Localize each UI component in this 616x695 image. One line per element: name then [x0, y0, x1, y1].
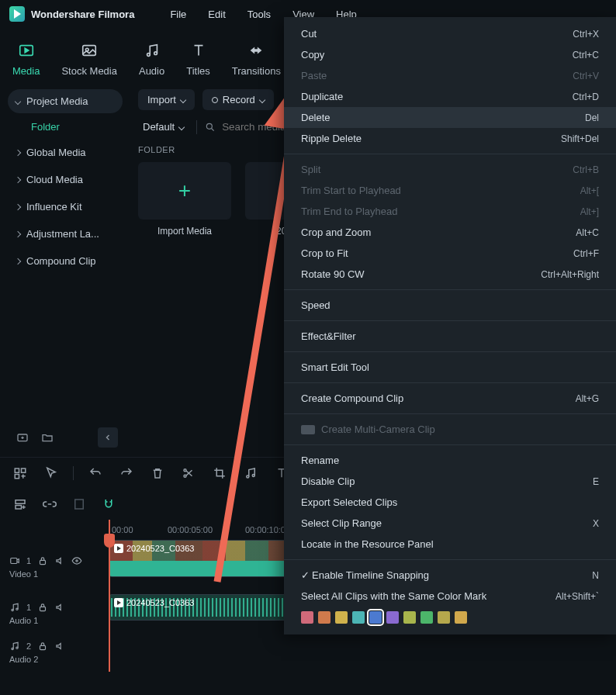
svg-point-13: [252, 475, 254, 477]
collapse-sidebar-icon[interactable]: [98, 427, 118, 448]
svg-point-11: [184, 475, 186, 477]
audio-track-row-2[interactable]: [109, 633, 616, 672]
ctx-duplicate[interactable]: DuplicateCtrl+D: [284, 86, 616, 107]
color-swatch[interactable]: [318, 611, 330, 624]
media-icon: [16, 40, 36, 61]
color-swatch[interactable]: [386, 611, 399, 624]
tab-transitions[interactable]: Transitions: [229, 36, 284, 85]
ctx-create-compound-clip[interactable]: Create Compound ClipAlt+G: [284, 388, 616, 409]
svg-point-12: [247, 475, 249, 478]
chevron-right-icon: [15, 203, 21, 209]
sidebar-item-compound-clip[interactable]: Compound Clip: [8, 249, 123, 273]
pointer-icon[interactable]: [42, 464, 61, 482]
color-swatch[interactable]: [369, 611, 382, 624]
menu-tools[interactable]: Tools: [247, 9, 271, 20]
ctx-rotate-90-cw[interactable]: Rotate 90 CWCtrl+Alt+Right: [284, 264, 616, 285]
shortcut-label: Ctrl+F: [573, 248, 599, 259]
ctx-locate-in-the-resource-panel[interactable]: Locate in the Resource Panel: [284, 534, 616, 555]
shortcut-label: X: [593, 518, 599, 529]
app-title: Wondershare Filmora: [31, 9, 134, 20]
ctx-disable-clip[interactable]: Disable ClipE: [284, 471, 616, 492]
svg-rect-14: [16, 500, 25, 504]
sidebar-sub-folder[interactable]: Folder: [8, 116, 123, 137]
color-swatch[interactable]: [455, 611, 467, 624]
svg-point-24: [16, 647, 18, 648]
split-icon[interactable]: [179, 464, 198, 482]
speed-icon[interactable]: [241, 464, 260, 482]
sidebar-item-project-media[interactable]: Project Media: [8, 89, 123, 113]
ctx-crop-and-zoom[interactable]: Crop and ZoomAlt+C: [284, 222, 616, 243]
new-folder-icon[interactable]: [12, 427, 33, 448]
context-menu: CutCtrl+XCopyCtrl+CPasteCtrl+VDuplicateC…: [284, 17, 616, 634]
crop-icon[interactable]: [210, 464, 229, 482]
tab-audio[interactable]: Audio: [136, 36, 168, 85]
media-caption: Import Media: [157, 226, 212, 237]
lock-icon[interactable]: [37, 641, 48, 652]
ctx-smart-edit-tool[interactable]: Smart Edit Tool: [284, 357, 616, 378]
ctx-effect-filter[interactable]: Effect&Filter: [284, 326, 616, 347]
color-swatch[interactable]: [335, 611, 348, 624]
track-add-icon[interactable]: [11, 495, 29, 513]
track-header-video1[interactable]: 1 Video 1: [0, 540, 109, 594]
search-icon: [205, 122, 216, 133]
mute-icon[interactable]: [54, 641, 65, 652]
delete-icon[interactable]: [148, 464, 167, 482]
eye-icon[interactable]: [71, 555, 82, 566]
mute-icon[interactable]: [54, 602, 65, 613]
color-swatch[interactable]: [438, 611, 450, 624]
svg-rect-16: [75, 500, 84, 509]
import-media-card[interactable]: + Import Media: [138, 162, 231, 237]
track-header-audio1[interactable]: 1 Audio 1: [0, 594, 109, 633]
ctx-delete[interactable]: DeleteDel: [284, 107, 616, 128]
lock-icon[interactable]: [37, 555, 48, 566]
magnet-icon[interactable]: [99, 495, 118, 513]
ctx-select-all-clips-with-the-same-color-mark[interactable]: Select All Clips with the Same Color Mar…: [284, 586, 616, 607]
menu-edit[interactable]: Edit: [208, 9, 225, 20]
ctx-trim-start-to-playhead: Trim Start to PlayheadAlt+[: [284, 180, 616, 201]
import-dropdown[interactable]: Import: [138, 89, 195, 110]
ctx-crop-to-fit[interactable]: Crop to FitCtrl+F: [284, 243, 616, 264]
ctx-copy[interactable]: CopyCtrl+C: [284, 44, 616, 65]
color-swatch[interactable]: [301, 611, 313, 624]
playhead[interactable]: [109, 520, 110, 672]
tab-media[interactable]: Media: [9, 36, 43, 85]
sidebar-bottom-tools: [8, 423, 123, 452]
ctx-enable-timeline-snapping[interactable]: ✓Enable Timeline SnappingN: [284, 565, 616, 586]
ctx-create-multi-camera-clip: Create Multi-Camera Clip: [284, 419, 616, 440]
sidebar-item-cloud-media[interactable]: Cloud Media: [8, 168, 123, 192]
redo-icon[interactable]: [117, 464, 136, 482]
tab-titles[interactable]: Titles: [183, 36, 213, 85]
chevron-down-icon: [178, 123, 185, 130]
link-icon[interactable]: [40, 495, 59, 513]
menu-file[interactable]: File: [170, 9, 186, 20]
lock-icon[interactable]: [37, 602, 48, 613]
ctx-export-selected-clips[interactable]: Export Selected Clips: [284, 492, 616, 513]
record-dropdown[interactable]: Record: [202, 89, 274, 110]
folder-icon[interactable]: [37, 427, 57, 448]
menu-separator: [284, 289, 616, 290]
track-header-audio2[interactable]: 2 Audio 2: [0, 633, 109, 672]
ctx-ripple-delete[interactable]: Ripple DeleteShift+Del: [284, 128, 616, 149]
ctx-speed[interactable]: Speed: [284, 295, 616, 316]
sidebar-item-global-media[interactable]: Global Media: [8, 140, 123, 164]
shortcut-label: Alt+Shift+`: [555, 591, 599, 602]
color-swatch[interactable]: [420, 611, 433, 624]
svg-point-6: [207, 123, 213, 129]
color-swatch[interactable]: [403, 611, 416, 624]
sidebar-item-adjustment-layer[interactable]: Adjustment La...: [8, 222, 123, 246]
shortcut-label: Alt+[: [580, 185, 599, 196]
sort-dropdown[interactable]: Default: [138, 118, 189, 136]
ctx-rename[interactable]: Rename: [284, 450, 616, 471]
undo-icon[interactable]: [86, 464, 105, 482]
ctx-cut[interactable]: CutCtrl+X: [284, 23, 616, 44]
marker-icon[interactable]: [70, 495, 88, 513]
tab-stock-media[interactable]: Stock Media: [58, 36, 120, 85]
mute-icon[interactable]: [54, 555, 65, 566]
color-swatch[interactable]: [352, 611, 365, 624]
shortcut-label: Shift+Del: [561, 133, 599, 144]
sidebar-item-influence-kit[interactable]: Influence Kit: [8, 195, 123, 219]
add-track-icon[interactable]: [11, 464, 29, 482]
svg-rect-17: [11, 558, 17, 564]
ctx-select-clip-range[interactable]: Select Clip RangeX: [284, 513, 616, 534]
chevron-down-icon: [259, 96, 265, 102]
